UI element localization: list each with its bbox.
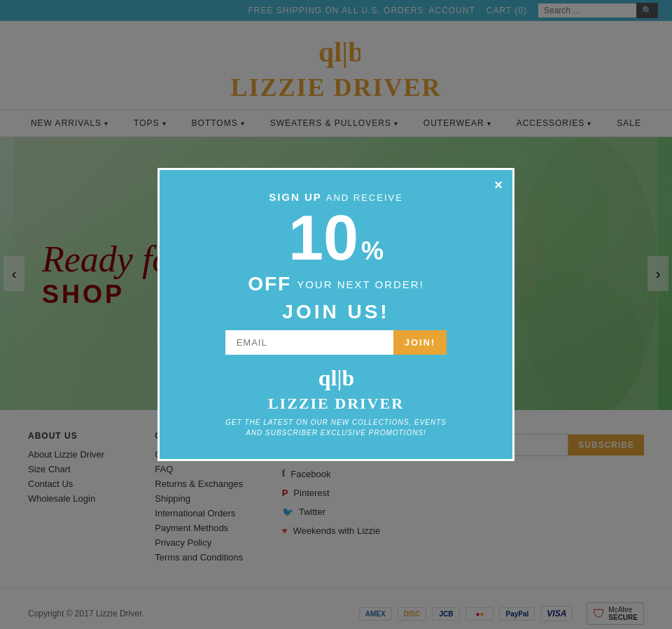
modal-overlay: × SIGN UP AND RECEIVE 10 % OFF YOUR NEXT… (0, 0, 672, 629)
modal-close-button[interactable]: × (494, 177, 503, 193)
modal-signup-text: SIGN UP AND RECEIVE (188, 191, 484, 203)
modal-brand-icon: ql|b (315, 363, 357, 393)
modal-email-form: JOIN! (188, 330, 484, 355)
modal-join-text: JOIN US! (188, 301, 484, 323)
modal-discount-display: 10 % (188, 206, 484, 269)
modal-logo: ql|b LIZZIE DRIVER (188, 363, 484, 413)
modal-email-input[interactable] (225, 330, 393, 355)
signup-modal: × SIGN UP AND RECEIVE 10 % OFF YOUR NEXT… (158, 168, 514, 461)
svg-text:ql|b: ql|b (318, 366, 354, 390)
modal-join-button[interactable]: JOIN! (393, 330, 447, 355)
modal-off-row: OFF YOUR NEXT ORDER! (188, 273, 484, 295)
modal-brand-name: LIZZIE DRIVER (188, 395, 484, 413)
modal-tagline: GET THE LATEST ON OUR NEW COLLECTIONS, E… (188, 417, 484, 438)
